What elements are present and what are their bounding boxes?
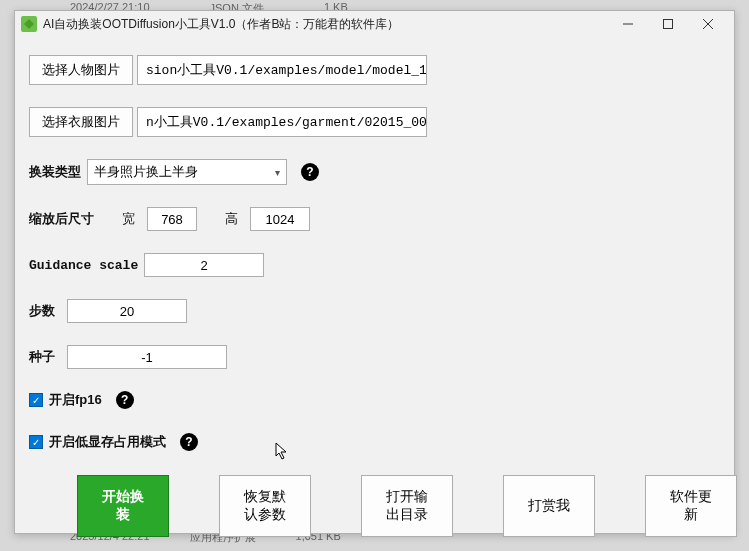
chevron-down-icon: ▾ bbox=[275, 167, 280, 178]
height-label: 高 bbox=[225, 210, 238, 228]
maximize-button[interactable] bbox=[648, 11, 688, 37]
open-output-button[interactable]: 打开输出目录 bbox=[361, 475, 453, 537]
lowmem-checkbox[interactable]: ✓ bbox=[29, 435, 43, 449]
minimize-button[interactable] bbox=[608, 11, 648, 37]
svg-rect-1 bbox=[664, 20, 673, 29]
fp16-label: 开启fp16 bbox=[49, 391, 102, 409]
resize-label: 缩放后尺寸 bbox=[29, 210, 94, 228]
guidance-input[interactable] bbox=[144, 253, 264, 277]
lowmem-label: 开启低显存占用模式 bbox=[49, 433, 166, 451]
restore-defaults-button[interactable]: 恢复默认参数 bbox=[219, 475, 311, 537]
swap-type-value: 半身照片换上半身 bbox=[94, 163, 198, 181]
person-image-path[interactable]: sion小工具V0.1/examples/model/model_1.png'] bbox=[137, 55, 427, 85]
resize-row: 缩放后尺寸 宽 高 bbox=[29, 207, 720, 231]
update-button[interactable]: 软件更新 bbox=[645, 475, 737, 537]
width-input[interactable] bbox=[147, 207, 197, 231]
garment-image-path[interactable]: n小工具V0.1/examples/garment/02015_00.jpg'] bbox=[137, 107, 427, 137]
steps-input[interactable] bbox=[67, 299, 187, 323]
swap-type-select[interactable]: 半身照片换上半身 ▾ bbox=[87, 159, 287, 185]
select-person-image-button[interactable]: 选择人物图片 bbox=[29, 55, 133, 85]
help-icon[interactable]: ? bbox=[301, 163, 319, 181]
select-garment-image-button[interactable]: 选择衣服图片 bbox=[29, 107, 133, 137]
garment-image-row: 选择衣服图片 n小工具V0.1/examples/garment/02015_0… bbox=[29, 107, 720, 137]
person-image-row: 选择人物图片 sion小工具V0.1/examples/model/model_… bbox=[29, 55, 720, 85]
fp16-checkbox[interactable]: ✓ bbox=[29, 393, 43, 407]
window-title: AI自动换装OOTDiffusion小工具V1.0（作者B站：万能君的软件库） bbox=[43, 16, 608, 33]
guidance-row: Guidance scale bbox=[29, 253, 720, 277]
steps-label: 步数 bbox=[29, 302, 55, 320]
app-window: AI自动换装OOTDiffusion小工具V1.0（作者B站：万能君的软件库） … bbox=[14, 10, 735, 534]
help-icon[interactable]: ? bbox=[116, 391, 134, 409]
help-icon[interactable]: ? bbox=[180, 433, 198, 451]
minimize-icon bbox=[623, 19, 633, 29]
close-button[interactable] bbox=[688, 11, 728, 37]
guidance-label: Guidance scale bbox=[29, 258, 138, 273]
fp16-row: ✓ 开启fp16 ? bbox=[29, 391, 720, 409]
height-input[interactable] bbox=[250, 207, 310, 231]
button-bar: 开始换装 恢复默认参数 打开输出目录 打赏我 软件更新 bbox=[29, 475, 720, 537]
steps-row: 步数 bbox=[29, 299, 720, 323]
lowmem-row: ✓ 开启低显存占用模式 ? bbox=[29, 433, 720, 451]
content-area: 选择人物图片 sion小工具V0.1/examples/model/model_… bbox=[15, 37, 734, 551]
donate-button[interactable]: 打赏我 bbox=[503, 475, 595, 537]
seed-input[interactable] bbox=[67, 345, 227, 369]
window-controls bbox=[608, 11, 728, 37]
start-button[interactable]: 开始换装 bbox=[77, 475, 169, 537]
swap-type-row: 换装类型 半身照片换上半身 ▾ ? bbox=[29, 159, 720, 185]
seed-label: 种子 bbox=[29, 348, 55, 366]
app-icon bbox=[21, 16, 37, 32]
titlebar[interactable]: AI自动换装OOTDiffusion小工具V1.0（作者B站：万能君的软件库） bbox=[15, 11, 734, 37]
close-icon bbox=[703, 19, 713, 29]
width-label: 宽 bbox=[122, 210, 135, 228]
seed-row: 种子 bbox=[29, 345, 720, 369]
swap-type-label: 换装类型 bbox=[29, 163, 81, 181]
maximize-icon bbox=[663, 19, 673, 29]
